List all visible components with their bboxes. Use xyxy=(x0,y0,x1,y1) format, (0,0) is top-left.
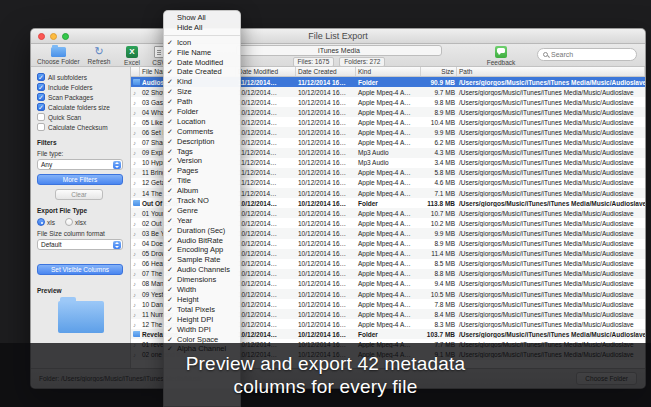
date-modified: 11/12/2014… xyxy=(236,179,296,186)
menu-item-genre[interactable]: ✓Genre xyxy=(164,206,240,216)
menu-item-track-no[interactable]: ✓Track NO xyxy=(164,196,240,206)
check-icon: ✓ xyxy=(167,216,176,226)
check-icon: ✓ xyxy=(167,186,176,196)
row-icon-cell: ♪ xyxy=(131,210,140,217)
menu-item-comments[interactable]: ✓Comments xyxy=(164,127,240,137)
file-size-format-select[interactable]: Default xyxy=(37,239,123,250)
menu-item-label: Folder xyxy=(177,107,198,116)
checkbox-include-folders[interactable]: ✓Include Folders xyxy=(37,82,125,92)
menu-item-size[interactable]: ✓Size xyxy=(164,87,240,97)
xlsx-radio[interactable]: xlsx xyxy=(65,218,86,226)
checkbox-calculate-folders-size[interactable]: ✓Calculate folders size xyxy=(37,102,125,112)
size: 5.8 MB xyxy=(421,169,457,176)
menu-item-tags[interactable]: ✓Tags xyxy=(164,147,240,157)
date-created: 10/12/2014 16… xyxy=(296,280,356,287)
date-created: 10/12/2014 16… xyxy=(296,270,356,277)
menu-item-year[interactable]: ✓Year xyxy=(164,216,240,226)
menu-item-audio-channels[interactable]: ✓Audio Channels xyxy=(164,265,240,275)
checkbox-icon[interactable] xyxy=(37,123,45,131)
path: /Users/giorgos/Music/iTunes/iTunes Media… xyxy=(457,79,645,86)
folder-icon xyxy=(133,79,140,85)
menu-item-height-dpi[interactable]: ✓Height DPI xyxy=(164,315,240,325)
size: 113.8 MB xyxy=(421,200,457,207)
menu-item-show-all[interactable]: Show All xyxy=(164,13,240,23)
size: 8.8 MB xyxy=(421,270,457,277)
refresh-button[interactable]: ↻ Refresh xyxy=(83,45,115,65)
search-input[interactable] xyxy=(551,51,631,58)
menu-item-title[interactable]: ✓Title xyxy=(164,176,240,186)
date-modified: 10/12/2014… xyxy=(236,250,296,257)
checkbox-icon[interactable]: ✓ xyxy=(37,73,45,81)
titlebar[interactable]: File List Export xyxy=(31,29,645,44)
set-visible-columns-button[interactable]: Set Visible Columns xyxy=(37,264,123,275)
date-modified: 10/12/2014… xyxy=(236,301,296,308)
size: 7.8 MB xyxy=(421,301,457,308)
menu-item-audio-bitrate[interactable]: ✓Audio BitRate xyxy=(164,236,240,246)
date-created: 10/12/2014 16… xyxy=(296,220,356,227)
checkbox-all-subfolders[interactable]: ✓All subfolders xyxy=(37,72,125,82)
menu-item-total-pixels[interactable]: ✓Total Pixels xyxy=(164,305,240,315)
menu-item-sample-rate[interactable]: ✓Sample Rate xyxy=(164,255,240,265)
zoom-button[interactable] xyxy=(62,33,69,40)
date-created: 10/12/2014 16… xyxy=(296,250,356,257)
excel-export-button[interactable]: X Excel xyxy=(119,45,145,66)
checkbox-scan-packages[interactable]: ✓Scan Packages xyxy=(37,92,125,102)
menu-item-version[interactable]: ✓Version xyxy=(164,156,240,166)
checkbox-icon[interactable]: ✓ xyxy=(37,83,45,91)
date-modified: 10/12/2014… xyxy=(236,291,296,298)
clear-button[interactable]: Clear xyxy=(55,189,103,200)
row-icon-cell: ♪ xyxy=(131,291,140,298)
date-modified: 10/12/2014… xyxy=(236,99,296,106)
size: 10.7 MB xyxy=(421,210,457,217)
minimize-button[interactable] xyxy=(50,33,57,40)
column-header-kind[interactable]: Kind xyxy=(356,67,421,76)
menu-item-folder[interactable]: ✓Folder xyxy=(164,107,240,117)
path: /Users/giorgos/Music/iTunes/iTunes Media… xyxy=(457,89,645,96)
menu-item-icon[interactable]: ✓Icon xyxy=(164,38,240,48)
menu-item-path[interactable]: ✓Path xyxy=(164,97,240,107)
close-button[interactable] xyxy=(38,33,45,40)
menu-item-hide-all[interactable]: Hide All xyxy=(164,23,240,33)
menu-item-duration-sec[interactable]: ✓Duration (Sec) xyxy=(164,226,240,236)
checkbox-quick-scan[interactable]: Quick Scan xyxy=(37,112,125,122)
menu-item-height[interactable]: ✓Height xyxy=(164,295,240,305)
menu-item-location[interactable]: ✓Location xyxy=(164,117,240,127)
menu-item-width[interactable]: ✓Width xyxy=(164,285,240,295)
checkbox-calculate-checksum[interactable]: Calculate Checksum xyxy=(37,122,125,132)
audio-file-icon: ♪ xyxy=(133,100,136,106)
date-created: 11/12/2014 16… xyxy=(296,79,356,86)
file-type-select[interactable]: Any xyxy=(37,159,123,170)
menu-item-file-name[interactable]: ✓File Name xyxy=(164,48,240,58)
choose-folder-button[interactable]: Choose Folder xyxy=(37,45,79,65)
audio-file-icon: ♪ xyxy=(133,271,136,277)
column-header-date-created[interactable]: Date Created xyxy=(296,67,356,76)
more-filters-button[interactable]: More Filters xyxy=(37,174,123,185)
checkbox-icon[interactable]: ✓ xyxy=(37,103,45,111)
size: 9.8 MB xyxy=(421,99,457,106)
xls-radio[interactable]: xls xyxy=(37,218,55,226)
column-header-path[interactable]: Path xyxy=(457,67,645,76)
menu-item-width-dpi[interactable]: ✓Width DPI xyxy=(164,325,240,335)
source-selector[interactable]: iTunes Media xyxy=(236,45,442,56)
checkbox-icon[interactable] xyxy=(37,113,45,121)
size: 90.9 MB xyxy=(421,79,457,86)
menu-item-description[interactable]: ✓Description xyxy=(164,137,240,147)
column-header-date-modified[interactable]: Date Modified xyxy=(236,67,296,76)
check-icon: ✓ xyxy=(167,176,176,186)
date-created: 10/12/2014 16… xyxy=(296,89,356,96)
menu-item-pages[interactable]: ✓Pages xyxy=(164,166,240,176)
audio-file-icon: ♪ xyxy=(133,130,136,136)
menu-item-encoding-app[interactable]: ✓Encoding App xyxy=(164,245,240,255)
menu-item-date-created[interactable]: ✓Date Created xyxy=(164,67,240,77)
column-header-size[interactable]: Size xyxy=(421,67,457,76)
checkbox-icon[interactable]: ✓ xyxy=(37,93,45,101)
column-header-icon[interactable] xyxy=(131,67,140,76)
menu-item-album[interactable]: ✓Album xyxy=(164,186,240,196)
menu-item-date-modified[interactable]: ✓Date Modified xyxy=(164,58,240,68)
menu-item-dimensions[interactable]: ✓Dimensions xyxy=(164,275,240,285)
menu-item-label: Sample Rate xyxy=(177,255,220,264)
menu-item-kind[interactable]: ✓Kind xyxy=(164,77,240,87)
path: /Users/giorgos/Music/iTunes/iTunes Media… xyxy=(457,301,645,308)
feedback-button[interactable]: Feedback xyxy=(483,45,519,66)
search-field[interactable] xyxy=(537,48,637,61)
